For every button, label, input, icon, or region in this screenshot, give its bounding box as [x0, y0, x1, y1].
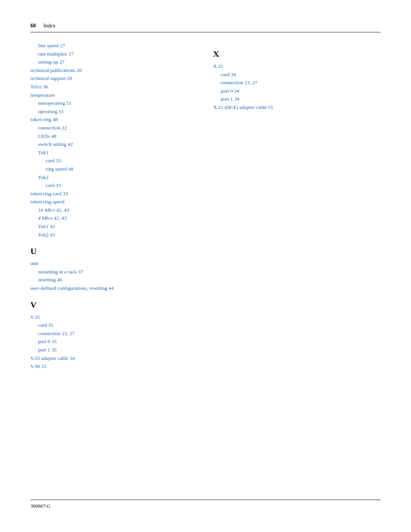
list-item[interactable]: 4 Mb/s 42, 43 — [38, 214, 190, 222]
list-item[interactable]: rate multiplier 27 — [38, 50, 190, 58]
list-item[interactable]: Tok2 43 — [38, 231, 190, 239]
list-item[interactable]: switch setting 42 — [38, 140, 190, 149]
list-item[interactable]: line speed 27 — [38, 42, 190, 50]
list-item[interactable]: port 1 34 — [221, 95, 373, 103]
list-item[interactable]: card 33 — [46, 181, 190, 190]
list-item[interactable]: mounting in a rack 37 — [38, 268, 190, 276]
list-item[interactable]: port 1 35 — [38, 346, 190, 354]
list-item[interactable]: token ring speed — [30, 198, 190, 206]
list-item[interactable]: card 34 — [221, 70, 373, 79]
list-item[interactable]: connection 23, 27 — [221, 78, 373, 87]
header-title: Index — [43, 23, 56, 29]
list-item[interactable]: technical support 20 — [30, 74, 190, 83]
list-item[interactable]: Tok2 — [38, 173, 190, 182]
list-item[interactable]: Tok1 — [38, 149, 190, 157]
list-item[interactable]: LEDs 48 — [38, 132, 190, 141]
list-item[interactable]: ring speed 48 — [46, 165, 190, 173]
list-item[interactable]: unit — [30, 259, 190, 268]
content-columns: line speed 27 rate multiplier 27 setting… — [30, 42, 381, 371]
list-item[interactable]: setting up 27 — [38, 58, 190, 66]
list-item[interactable]: V.35 — [30, 313, 190, 321]
left-column: line speed 27 rate multiplier 27 setting… — [30, 42, 190, 371]
list-item[interactable]: connection 23, 27 — [38, 329, 190, 338]
list-item[interactable]: 16 Mb/s 42, 43 — [38, 206, 190, 214]
list-item[interactable]: X.21 (DCE) adapter cable 55 — [213, 103, 373, 112]
list-item[interactable]: user-defined configurations, resetting 4… — [30, 284, 190, 292]
list-item[interactable]: operating 51 — [38, 107, 190, 116]
list-item[interactable]: X.21 — [213, 62, 373, 70]
list-item[interactable]: Telco 36 — [30, 83, 190, 91]
list-item[interactable]: Tok1 43 — [38, 222, 190, 231]
list-item[interactable]: nonoperating 51 — [38, 99, 190, 107]
page-number: 60 — [30, 23, 36, 29]
section-u-letter: U — [30, 246, 190, 256]
list-item[interactable]: V.35 adapter cable 54 — [30, 354, 190, 363]
list-item[interactable]: resetting 46 — [38, 276, 190, 284]
section-v-letter: V — [30, 300, 190, 310]
list-item[interactable]: port 0 35 — [38, 337, 190, 346]
list-item[interactable]: card 33 — [46, 157, 190, 165]
page-header: 60 Index — [30, 23, 381, 32]
section-x-letter: X — [213, 49, 373, 59]
list-item[interactable]: V.90 23 — [30, 362, 190, 371]
list-item[interactable]: port 0 34 — [221, 87, 373, 95]
list-item[interactable]: connection 22 — [38, 124, 190, 132]
right-column: X X.21 card 34 connection 23, 27 port 0 … — [213, 42, 373, 371]
footer-text: 300867-G — [30, 503, 51, 509]
list-item[interactable]: technical publications 20 — [30, 66, 190, 75]
list-item[interactable]: temperature — [30, 91, 190, 99]
page-footer: 300867-G — [30, 500, 381, 509]
list-item[interactable]: card 35 — [38, 321, 190, 329]
page-container: 60 Index line speed 27 rate multiplier 2… — [0, 0, 411, 532]
list-item[interactable]: token ring card 33 — [30, 190, 190, 198]
list-item[interactable]: token ring 48 — [30, 115, 190, 124]
